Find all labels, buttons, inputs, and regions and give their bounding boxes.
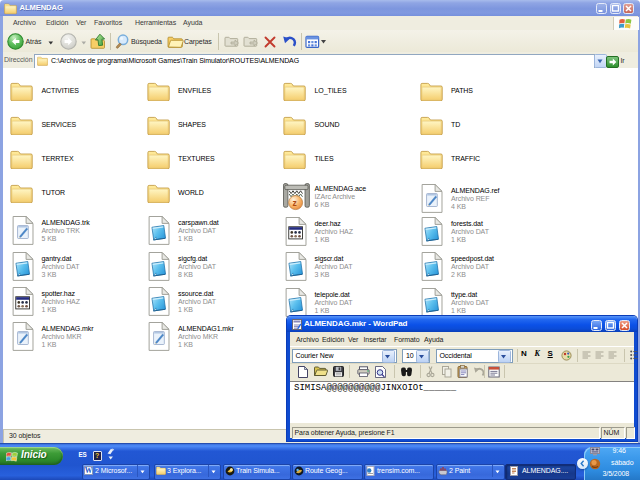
svg-text:W: W <box>85 466 93 475</box>
